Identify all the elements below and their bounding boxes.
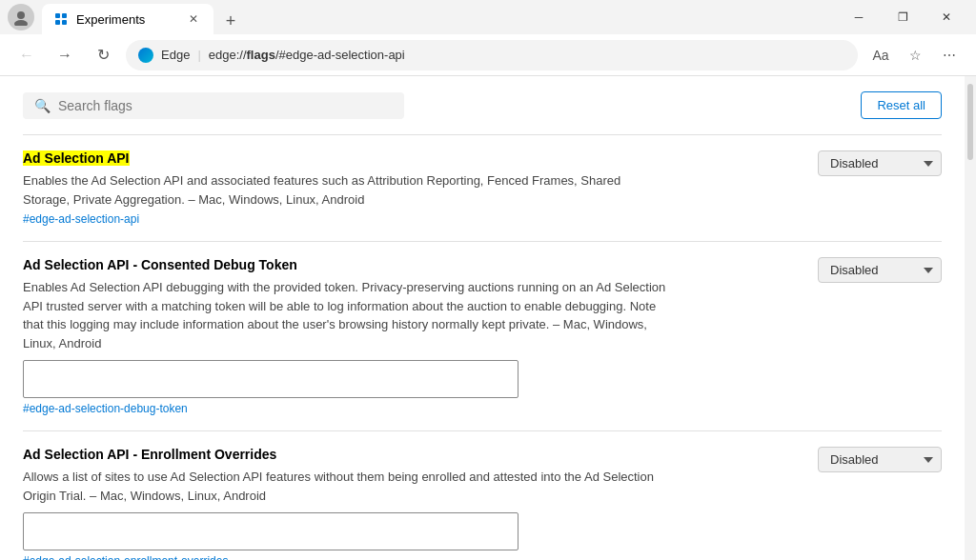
scrollbar[interactable] — [965, 76, 976, 560]
close-button[interactable]: ✕ — [925, 0, 968, 34]
svg-rect-3 — [62, 13, 67, 18]
flag-anchor-link[interactable]: #edge-ad-selection-debug-token — [23, 402, 803, 415]
flag-info: Ad Selection API - Enrollment Overrides … — [23, 447, 803, 560]
menu-button[interactable]: ⋯ — [934, 40, 965, 70]
reset-all-button[interactable]: Reset all — [861, 91, 942, 119]
flag-control: Default Enabled Disabled — [818, 257, 942, 283]
flag-row: Ad Selection API Enables the Ad Selectio… — [23, 150, 942, 226]
flag-anchor-link[interactable]: #edge-ad-selection-api — [23, 212, 803, 226]
address-brand: Edge — [161, 48, 190, 62]
reader-view-button[interactable]: Aa — [865, 40, 896, 70]
svg-rect-2 — [55, 13, 60, 18]
address-bar[interactable]: Edge | edge://flags/#edge-ad-selection-a… — [126, 40, 858, 70]
flag-row: Ad Selection API - Consented Debug Token… — [23, 257, 942, 415]
window-controls: ─ ❐ ✕ — [837, 0, 968, 34]
tab-label: Experiments — [76, 12, 177, 27]
svg-point-1 — [14, 20, 28, 26]
brand-text: Edge — [161, 48, 190, 62]
address-anchor: /#edge-ad-selection-api — [275, 48, 405, 62]
svg-rect-4 — [55, 20, 60, 25]
flag-item: Ad Selection API - Consented Debug Token… — [23, 241, 942, 430]
svg-point-0 — [17, 11, 25, 19]
edge-logo-icon — [138, 48, 153, 63]
address-separator: | — [197, 48, 200, 62]
flag-info: Ad Selection API Enables the Ad Selectio… — [23, 150, 803, 226]
flag-select-disabled[interactable]: Default Enabled Disabled — [818, 447, 942, 472]
toolbar-actions: Aa ☆ ⋯ — [865, 40, 965, 70]
search-input[interactable] — [58, 98, 393, 113]
minimize-button[interactable]: ─ — [837, 0, 881, 34]
flag-select-disabled[interactable]: Default Enabled Disabled — [818, 150, 942, 176]
flag-description: Enables Ad Selection API debugging with … — [23, 278, 671, 352]
flag-item: Ad Selection API Enables the Ad Selectio… — [23, 134, 942, 241]
search-box[interactable]: 🔍 — [23, 92, 404, 119]
new-tab-button[interactable]: + — [217, 8, 244, 34]
flag-control: Default Enabled Disabled — [818, 150, 942, 176]
flags-list: Ad Selection API Enables the Ad Selectio… — [0, 134, 965, 560]
restore-button[interactable]: ❐ — [881, 0, 925, 34]
flag-anchor-link[interactable]: #edge-ad-selection-enrollment-overrides — [23, 554, 803, 560]
flag-control: Default Enabled Disabled — [818, 447, 942, 472]
forward-button[interactable]: → — [50, 40, 80, 70]
content-area: 🔍 Reset all Ad Selection API Enables the… — [0, 76, 965, 560]
tab-close-button[interactable]: ✕ — [185, 10, 202, 28]
experiments-tab[interactable]: Experiments ✕ — [42, 4, 214, 34]
flag-item: Ad Selection API - Enrollment Overrides … — [23, 430, 942, 560]
titlebar: Experiments ✕ + ─ ❐ ✕ — [0, 0, 976, 34]
address-bold-part: flags — [247, 48, 275, 62]
flag-info: Ad Selection API - Consented Debug Token… — [23, 257, 803, 415]
flag-title: Ad Selection API — [23, 150, 130, 166]
address-full: edge://flags/#edge-ad-selection-api — [209, 48, 405, 62]
search-icon: 🔍 — [34, 98, 51, 113]
search-area: 🔍 Reset all — [0, 76, 965, 134]
refresh-button[interactable]: ↻ — [88, 40, 118, 70]
main-content: 🔍 Reset all Ad Selection API Enables the… — [0, 76, 976, 560]
flag-row: Ad Selection API - Enrollment Overrides … — [23, 447, 942, 560]
favorites-button[interactable]: ☆ — [900, 40, 930, 70]
scrollbar-thumb[interactable] — [967, 84, 973, 160]
avatar[interactable] — [8, 4, 34, 30]
flag-description: Allows a list of sites to use Ad Selecti… — [23, 468, 671, 505]
flag-description: Enables the Ad Selection API and associa… — [23, 171, 671, 209]
flag-select-disabled[interactable]: Default Enabled Disabled — [818, 257, 942, 283]
flag-text-input[interactable] — [23, 512, 518, 550]
tab-icon — [53, 11, 69, 27]
flag-title: Ad Selection API - Enrollment Overrides — [23, 447, 276, 462]
toolbar: ← → ↻ Edge | edge://flags/#edge-ad-selec… — [0, 34, 976, 76]
flag-title: Ad Selection API - Consented Debug Token — [23, 257, 297, 272]
tab-area: Experiments ✕ + — [42, 0, 837, 34]
flag-text-input[interactable] — [23, 360, 518, 398]
back-button[interactable]: ← — [11, 40, 42, 70]
address-url: edge://flags/#edge-ad-selection-api — [209, 48, 405, 62]
svg-rect-5 — [62, 20, 67, 25]
